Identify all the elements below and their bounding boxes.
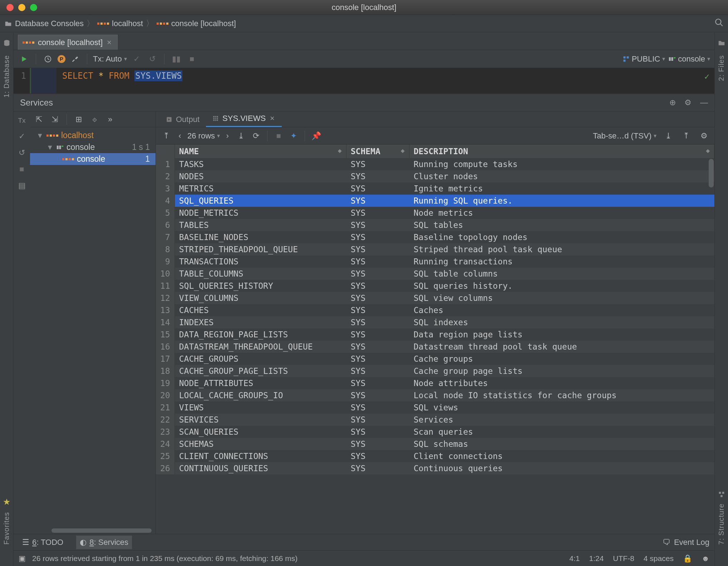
name-cell[interactable]: CACHE_GROUP_PAGE_LISTS bbox=[174, 365, 346, 377]
status-indent[interactable]: 4 spaces bbox=[644, 554, 674, 563]
schema-cell[interactable]: SYS bbox=[346, 328, 409, 341]
add-row-icon[interactable]: ✦ bbox=[287, 130, 300, 142]
target-dropdown[interactable]: console▾ bbox=[669, 54, 710, 64]
locate-icon[interactable]: ⊕ bbox=[669, 98, 676, 107]
name-cell[interactable]: CACHE_GROUPS bbox=[174, 353, 346, 365]
collapse-all-icon[interactable]: ⇲ bbox=[49, 113, 61, 126]
description-cell[interactable]: SQL views bbox=[409, 401, 714, 414]
close-result-tab-icon[interactable]: × bbox=[269, 114, 275, 123]
description-cell[interactable]: Node attributes bbox=[409, 377, 714, 389]
schema-cell[interactable]: SYS bbox=[346, 304, 409, 316]
left-stripe-database[interactable]: 1: Database bbox=[3, 55, 11, 98]
schema-cell[interactable]: SYS bbox=[346, 462, 409, 474]
result-tab-output[interactable]: Output bbox=[159, 112, 206, 127]
name-cell[interactable]: DATA_REGION_PAGE_LISTS bbox=[174, 328, 346, 341]
table-row[interactable]: 17CACHE_GROUPSSYSCache groups bbox=[156, 353, 714, 365]
tree-node-query[interactable]: console1 bbox=[30, 153, 156, 165]
table-row[interactable]: 19NODE_ATTRIBUTESSYSNode attributes bbox=[156, 377, 714, 389]
schema-cell[interactable]: SYS bbox=[346, 280, 409, 292]
name-cell[interactable]: DATASTREAM_THREADPOOL_QUEUE bbox=[174, 341, 346, 353]
commit-icon[interactable]: ✓ bbox=[19, 132, 25, 141]
table-row[interactable]: 20LOCAL_CACHE_GROUPS_IOSYSLocal node IO … bbox=[156, 389, 714, 401]
rollback-icon[interactable]: ↺ bbox=[19, 148, 25, 157]
table-row[interactable]: 24SCHEMASSYSSQL schemas bbox=[156, 438, 714, 450]
table-row[interactable]: 6TABLESSYSSQL tables bbox=[156, 219, 714, 231]
name-cell[interactable]: SCAN_QUERIES bbox=[174, 426, 346, 438]
name-cell[interactable]: TABLE_COLUMNS bbox=[174, 268, 346, 280]
table-row[interactable]: 9TRANSACTIONSSYSRunning transactions bbox=[156, 255, 714, 268]
status-caret[interactable]: 4:1 bbox=[569, 554, 580, 563]
first-page-icon[interactable]: ⤒ bbox=[160, 130, 172, 142]
breadcrumb-root[interactable]: Database Consoles bbox=[15, 19, 84, 28]
stop-icon[interactable]: ■ bbox=[186, 53, 198, 65]
table-row[interactable]: 7BASELINE_NODESSYSBaseline topology node… bbox=[156, 231, 714, 243]
rollback-icon[interactable]: ↺ bbox=[146, 53, 158, 65]
name-cell[interactable]: BASELINE_NODES bbox=[174, 231, 346, 243]
result-tab-views[interactable]: SYS.VIEWS × bbox=[206, 111, 282, 127]
stop-icon[interactable]: ■ bbox=[19, 165, 24, 174]
history-icon[interactable] bbox=[42, 53, 54, 65]
pin-icon[interactable]: 📌 bbox=[310, 130, 322, 142]
layout-icon[interactable]: ▤ bbox=[18, 181, 26, 190]
settings-icon[interactable]: ⚙ bbox=[684, 98, 692, 107]
table-row[interactable]: 23SCAN_QUERIESSYSScan queries bbox=[156, 426, 714, 438]
name-cell[interactable]: CACHES bbox=[174, 304, 346, 316]
table-row[interactable]: 26CONTINUOUS_QUERIESSYSContinuous querie… bbox=[156, 462, 714, 474]
explain-plan-icon[interactable]: P bbox=[58, 55, 65, 63]
editor-tab-console[interactable]: console [localhost] × bbox=[18, 35, 118, 50]
schema-cell[interactable]: SYS bbox=[346, 353, 409, 365]
schema-cell[interactable]: SYS bbox=[346, 182, 409, 195]
inspection-ok-icon[interactable]: ✓ bbox=[704, 72, 709, 82]
schema-cell[interactable]: SYS bbox=[346, 243, 409, 255]
name-cell[interactable]: NODE_METRICS bbox=[174, 207, 346, 219]
name-cell[interactable]: CONTINUOUS_QUERIES bbox=[174, 462, 346, 474]
table-row[interactable]: 14INDEXESSYSSQL indexes bbox=[156, 316, 714, 328]
commit-icon[interactable]: ✓ bbox=[131, 53, 143, 65]
description-cell[interactable]: Client connections bbox=[409, 450, 714, 462]
tree-node-console[interactable]: ▾console1 s 1 bbox=[30, 141, 156, 153]
row-count-dropdown[interactable]: 26 rows ▾ bbox=[187, 131, 220, 141]
description-cell[interactable]: Datastream thread pool task queue bbox=[409, 341, 714, 353]
table-row[interactable]: 5NODE_METRICSSYSNode metrics bbox=[156, 207, 714, 219]
schema-cell[interactable]: SYS bbox=[346, 426, 409, 438]
table-row[interactable]: 21VIEWSSYSSQL views bbox=[156, 401, 714, 414]
schema-cell[interactable]: SYS bbox=[346, 365, 409, 377]
schema-cell[interactable]: SYS bbox=[346, 401, 409, 414]
services-tree[interactable]: ▾localhost ▾console1 s 1 console1 bbox=[30, 127, 156, 167]
table-row[interactable]: 15DATA_REGION_PAGE_LISTSSYSData region p… bbox=[156, 328, 714, 341]
settings-icon[interactable]: ⚙ bbox=[698, 130, 710, 142]
upload-icon[interactable]: ⤒ bbox=[680, 130, 692, 142]
description-cell[interactable]: Continuous queries bbox=[409, 462, 714, 474]
left-stripe-favorites[interactable]: Favorites bbox=[3, 512, 11, 545]
description-cell[interactable]: Cluster nodes bbox=[409, 170, 714, 182]
description-cell[interactable]: Node metrics bbox=[409, 207, 714, 219]
description-cell[interactable]: SQL view columns bbox=[409, 292, 714, 304]
reload-icon[interactable]: ⟳ bbox=[250, 130, 262, 142]
schema-cell[interactable]: SYS bbox=[346, 170, 409, 182]
description-cell[interactable]: Running compute tasks bbox=[409, 158, 714, 170]
description-cell[interactable]: SQL table columns bbox=[409, 268, 714, 280]
wrench-icon[interactable] bbox=[69, 53, 81, 65]
name-cell[interactable]: NODE_ATTRIBUTES bbox=[174, 377, 346, 389]
cancel-icon[interactable]: ▮▮ bbox=[170, 53, 182, 65]
name-cell[interactable]: SQL_QUERIES bbox=[174, 195, 346, 207]
schema-cell[interactable]: SYS bbox=[346, 231, 409, 243]
table-row[interactable]: 2NODESSYSCluster nodes bbox=[156, 170, 714, 182]
ide-face-icon[interactable]: ☻ bbox=[702, 554, 709, 563]
description-cell[interactable]: Striped thread pool task queue bbox=[409, 243, 714, 255]
name-cell[interactable]: METRICS bbox=[174, 182, 346, 195]
description-cell[interactable]: Baseline topology nodes bbox=[409, 231, 714, 243]
schema-dropdown[interactable]: PUBLIC▾ bbox=[623, 54, 665, 64]
table-row[interactable]: 11SQL_QUERIES_HISTORYSYSSQL queries hist… bbox=[156, 280, 714, 292]
status-linepos[interactable]: 1:24 bbox=[589, 554, 604, 563]
table-row[interactable]: 10TABLE_COLUMNSSYSSQL table columns bbox=[156, 268, 714, 280]
tree-node-host[interactable]: ▾localhost bbox=[30, 130, 156, 141]
lock-icon[interactable]: 🔒 bbox=[683, 554, 692, 563]
name-cell[interactable]: TRANSACTIONS bbox=[174, 255, 346, 268]
table-row[interactable]: 3METRICSSYSIgnite metrics bbox=[156, 182, 714, 195]
table-row[interactable]: 16DATASTREAM_THREADPOOL_QUEUESYSDatastre… bbox=[156, 341, 714, 353]
name-cell[interactable]: STRIPED_THREADPOOL_QUEUE bbox=[174, 243, 346, 255]
table-row[interactable]: 12VIEW_COLUMNSSYSSQL view columns bbox=[156, 292, 714, 304]
schema-cell[interactable]: SYS bbox=[346, 255, 409, 268]
schema-cell[interactable]: SYS bbox=[346, 268, 409, 280]
